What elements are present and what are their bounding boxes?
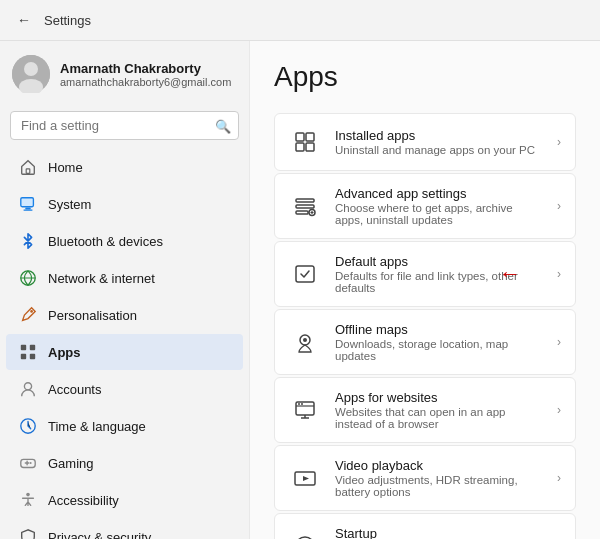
settings-item-default-apps[interactable]: Default apps Defaults for file and link … <box>274 241 576 307</box>
settings-item-desc: Websites that can open in an app instead… <box>335 406 543 430</box>
settings-item-title: Apps for websites <box>335 390 543 405</box>
sidebar-item-label: Accessibility <box>48 493 119 508</box>
settings-item-offline-maps[interactable]: Offline maps Downloads, storage location… <box>274 309 576 375</box>
apps-for-websites-icon <box>289 394 321 426</box>
svg-point-16 <box>30 462 32 464</box>
sidebar-nav: Home System Bluetooth & devices Network … <box>0 148 249 539</box>
settings-item-text: Offline maps Downloads, storage location… <box>335 322 543 362</box>
installed-apps-icon <box>289 126 321 158</box>
sidebar-item-label: Time & language <box>48 419 146 434</box>
svg-rect-9 <box>21 345 26 350</box>
svg-rect-22 <box>306 143 314 151</box>
title-bar-text: Settings <box>44 13 91 28</box>
sidebar-item-home[interactable]: Home <box>6 149 243 185</box>
user-info: Amarnath Chakraborty amarnathchakraborty… <box>60 61 231 88</box>
startup-icon <box>289 530 321 539</box>
sidebar-item-apps[interactable]: Apps <box>6 334 243 370</box>
content-area: Apps Installed apps Uninstall and manage… <box>250 41 600 539</box>
settings-item-text: Default apps Defaults for file and link … <box>335 254 543 294</box>
settings-list: Installed apps Uninstall and manage apps… <box>274 113 576 539</box>
page-title: Apps <box>274 61 576 93</box>
personalisation-icon <box>18 305 38 325</box>
settings-item-text: Video playback Video adjustments, HDR st… <box>335 458 543 498</box>
settings-item-desc: Video adjustments, HDR streaming, batter… <box>335 474 543 498</box>
svg-rect-23 <box>296 199 314 202</box>
sidebar-item-label: Privacy & security <box>48 530 151 540</box>
svg-rect-19 <box>296 133 304 141</box>
svg-point-8 <box>30 310 33 313</box>
network-icon <box>18 268 38 288</box>
sidebar-item-accessibility[interactable]: Accessibility <box>6 482 243 518</box>
sidebar-item-label: System <box>48 197 91 212</box>
search-input[interactable] <box>10 111 239 140</box>
sidebar-item-label: Personalisation <box>48 308 137 323</box>
search-box: 🔍 <box>10 111 239 140</box>
settings-item-title: Video playback <box>335 458 543 473</box>
home-icon <box>18 157 38 177</box>
user-email: amarnathchakraborty6@gmail.com <box>60 76 231 88</box>
svg-rect-6 <box>24 209 33 210</box>
sidebar-item-time[interactable]: Time & language <box>6 408 243 444</box>
chevron-right-icon: › <box>557 135 561 149</box>
user-name: Amarnath Chakraborty <box>60 61 231 76</box>
svg-rect-10 <box>30 345 35 350</box>
chevron-right-icon: › <box>557 471 561 485</box>
settings-item-desc: Uninstall and manage apps on your PC <box>335 144 543 156</box>
sidebar-item-label: Network & internet <box>48 271 155 286</box>
sidebar-item-gaming[interactable]: Gaming <box>6 445 243 481</box>
sidebar-item-accounts[interactable]: Accounts <box>6 371 243 407</box>
default-apps-icon <box>289 258 321 290</box>
accessibility-icon <box>18 490 38 510</box>
svg-rect-27 <box>296 266 314 282</box>
settings-item-text: Apps for websites Websites that can open… <box>335 390 543 430</box>
sidebar-item-network[interactable]: Network & internet <box>6 260 243 296</box>
sidebar-item-label: Bluetooth & devices <box>48 234 163 249</box>
svg-rect-4 <box>21 198 34 207</box>
svg-point-17 <box>26 493 30 497</box>
gaming-icon <box>18 453 38 473</box>
apps-icon <box>18 342 38 362</box>
sidebar: Amarnath Chakraborty amarnathchakraborty… <box>0 41 250 539</box>
settings-item-title: Default apps <box>335 254 543 269</box>
settings-item-advanced-app-settings[interactable]: Advanced app settings Choose where to ge… <box>274 173 576 239</box>
svg-point-32 <box>301 403 303 405</box>
svg-point-29 <box>303 338 307 342</box>
privacy-icon <box>18 527 38 539</box>
sidebar-item-label: Gaming <box>48 456 94 471</box>
svg-point-1 <box>24 62 38 76</box>
settings-item-desc: Choose where to get apps, archive apps, … <box>335 202 543 226</box>
settings-item-title: Installed apps <box>335 128 543 143</box>
settings-item-title: Advanced app settings <box>335 186 543 201</box>
system-icon <box>18 194 38 214</box>
offline-maps-icon <box>289 326 321 358</box>
sidebar-item-personalisation[interactable]: Personalisation <box>6 297 243 333</box>
title-bar: ← Settings <box>0 0 600 41</box>
svg-rect-20 <box>306 133 314 141</box>
user-profile[interactable]: Amarnath Chakraborty amarnathchakraborty… <box>0 41 249 107</box>
chevron-right-icon: › <box>557 199 561 213</box>
settings-item-text: Startup Apps that start automatically wh… <box>335 526 543 539</box>
svg-rect-5 <box>25 208 30 210</box>
svg-rect-24 <box>296 205 314 208</box>
settings-item-startup[interactable]: Startup Apps that start automatically wh… <box>274 513 576 539</box>
sidebar-item-bluetooth[interactable]: Bluetooth & devices <box>6 223 243 259</box>
accounts-icon <box>18 379 38 399</box>
sidebar-item-label: Accounts <box>48 382 101 397</box>
sidebar-item-label: Home <box>48 160 83 175</box>
back-button[interactable]: ← <box>12 8 36 32</box>
settings-item-apps-for-websites[interactable]: Apps for websites Websites that can open… <box>274 377 576 443</box>
app-container: ← Settings Amarnath Chakraborty amarnath… <box>0 0 600 539</box>
video-playback-icon <box>289 462 321 494</box>
sidebar-item-label: Apps <box>48 345 81 360</box>
settings-item-desc: Downloads, storage location, map updates <box>335 338 543 362</box>
settings-item-desc: Defaults for file and link types, other … <box>335 270 543 294</box>
settings-item-title: Offline maps <box>335 322 543 337</box>
sidebar-item-system[interactable]: System <box>6 186 243 222</box>
sidebar-item-privacy[interactable]: Privacy & security <box>6 519 243 539</box>
settings-item-video-playback[interactable]: Video playback Video adjustments, HDR st… <box>274 445 576 511</box>
svg-point-13 <box>24 383 31 390</box>
settings-item-text: Advanced app settings Choose where to ge… <box>335 186 543 226</box>
settings-item-installed-apps[interactable]: Installed apps Uninstall and manage apps… <box>274 113 576 171</box>
search-icon: 🔍 <box>215 118 231 133</box>
chevron-right-icon: › <box>557 403 561 417</box>
